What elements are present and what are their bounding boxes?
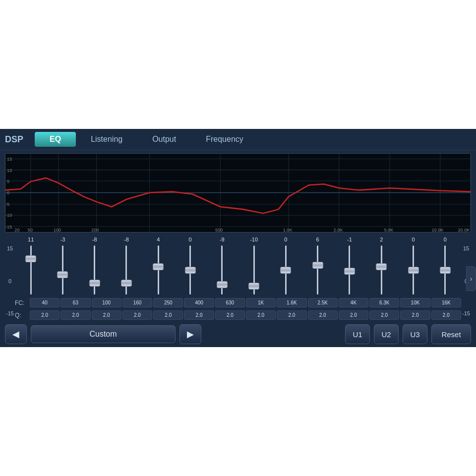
fader-thumb-f6[interactable] bbox=[185, 267, 196, 274]
scale-top-left: 15 bbox=[7, 245, 13, 251]
fader-value-f12: 2 bbox=[366, 237, 396, 242]
fader-track-f9[interactable] bbox=[285, 245, 287, 295]
fader-thumb-f13[interactable] bbox=[408, 267, 419, 274]
fader-thumb-f3[interactable] bbox=[89, 280, 100, 287]
fc-cell-f5[interactable]: 250 bbox=[153, 298, 183, 307]
fc-cell-f3[interactable]: 100 bbox=[92, 298, 121, 307]
reset-button[interactable]: Reset bbox=[431, 324, 471, 344]
bottom-bar: ◀ Custom ▶ U1 U2 U3 Reset bbox=[0, 321, 476, 347]
tab-listening[interactable]: Listening bbox=[76, 132, 137, 147]
fader-track-f2[interactable] bbox=[62, 245, 63, 295]
q-cell-f11[interactable]: 2.0 bbox=[339, 310, 368, 320]
fader-col-f10 bbox=[303, 243, 332, 297]
fader-col-f14 bbox=[431, 243, 460, 297]
q-cell-f4[interactable]: 2.0 bbox=[122, 310, 152, 320]
fc-cell-f6[interactable]: 400 bbox=[184, 298, 214, 307]
fc-cell-f4[interactable]: 160 bbox=[122, 298, 152, 307]
q-cell-f7[interactable]: 2.0 bbox=[215, 310, 245, 320]
fc-cell-f11[interactable]: 4K bbox=[339, 298, 368, 307]
eq-graph[interactable]: 15 10 5 0 -5 -10 -15 20 50 100 200 500 1… bbox=[5, 153, 471, 233]
fader-track-f7[interactable] bbox=[221, 245, 223, 295]
fader-col-f3 bbox=[80, 243, 109, 297]
u1-button[interactable]: U1 bbox=[345, 324, 370, 344]
fader-thumb-f7[interactable] bbox=[217, 281, 228, 288]
fc-cell-f9[interactable]: 1.6K bbox=[277, 298, 306, 307]
fader-track-f5[interactable] bbox=[158, 245, 159, 295]
prev-button[interactable]: ◀ bbox=[5, 324, 27, 344]
fader-col-f12 bbox=[367, 243, 396, 297]
fc-cell-f10[interactable]: 2.5K bbox=[308, 298, 338, 307]
fader-thumb-f5[interactable] bbox=[153, 263, 164, 270]
fader-col-f8 bbox=[239, 243, 268, 297]
tab-output[interactable]: Output bbox=[137, 132, 191, 147]
chevron-button[interactable]: › bbox=[466, 266, 476, 291]
q-cell-f6[interactable]: 2.0 bbox=[184, 310, 214, 320]
fader-thumb-f9[interactable] bbox=[280, 267, 291, 274]
fader-thumb-f11[interactable] bbox=[344, 268, 355, 275]
svg-text:5: 5 bbox=[7, 179, 9, 184]
fader-col-f7 bbox=[208, 243, 237, 297]
faders-row bbox=[15, 243, 461, 297]
fc-cell-f13[interactable]: 10K bbox=[400, 298, 430, 307]
fader-track-f4[interactable] bbox=[125, 245, 127, 295]
q-label: Q: bbox=[15, 312, 29, 319]
fader-col-f4 bbox=[112, 243, 141, 297]
svg-text:200: 200 bbox=[91, 228, 99, 232]
fader-track-f14[interactable] bbox=[444, 245, 446, 295]
fader-value-f8: -10 bbox=[239, 237, 269, 242]
svg-text:15: 15 bbox=[7, 157, 12, 162]
fader-track-f11[interactable] bbox=[349, 245, 350, 295]
faders-area: 11-3-8-840-9-1006-1200 FC: 4063100160250… bbox=[15, 236, 461, 321]
tab-eq[interactable]: EQ bbox=[35, 132, 76, 147]
fader-thumb-f10[interactable] bbox=[312, 262, 323, 269]
q-cell-f13[interactable]: 2.0 bbox=[400, 310, 430, 320]
tab-frequency[interactable]: Frequency bbox=[191, 132, 258, 147]
svg-text:500: 500 bbox=[215, 228, 223, 232]
fc-cell-f7[interactable]: 630 bbox=[215, 298, 245, 307]
fader-thumb-f4[interactable] bbox=[121, 280, 132, 287]
fader-value-f2: -3 bbox=[48, 237, 77, 242]
header: DSP EQ Listening Output Frequency bbox=[0, 129, 476, 150]
q-cell-f3[interactable]: 2.0 bbox=[92, 310, 121, 320]
fader-thumb-f2[interactable] bbox=[57, 271, 68, 278]
fader-track-f6[interactable] bbox=[189, 245, 191, 295]
fader-track-f13[interactable] bbox=[413, 245, 414, 295]
fader-thumb-f8[interactable] bbox=[248, 283, 259, 290]
fader-scale-left: 15 0 -15 bbox=[5, 236, 15, 321]
q-cell-f9[interactable]: 2.0 bbox=[277, 310, 306, 320]
q-cell-f1[interactable]: 2.0 bbox=[30, 310, 60, 320]
q-cell-f12[interactable]: 2.0 bbox=[369, 310, 399, 320]
fader-thumb-f1[interactable] bbox=[25, 255, 36, 262]
fader-track-f12[interactable] bbox=[381, 245, 382, 295]
fader-thumb-f12[interactable] bbox=[376, 263, 387, 270]
scale-bot-left: -15 bbox=[6, 310, 14, 316]
fader-section: 15 0 -15 11-3-8-840-9-1006-1200 FC: 4063… bbox=[0, 236, 476, 321]
q-cell-f14[interactable]: 2.0 bbox=[431, 310, 461, 320]
fader-track-f3[interactable] bbox=[94, 245, 95, 295]
next-button[interactable]: ▶ bbox=[179, 324, 201, 344]
q-cell-f2[interactable]: 2.0 bbox=[60, 310, 90, 320]
fc-label: FC: bbox=[15, 299, 29, 306]
fader-track-f1[interactable] bbox=[30, 245, 32, 295]
fader-track-f10[interactable] bbox=[317, 245, 318, 295]
fc-cell-f1[interactable]: 40 bbox=[30, 298, 60, 307]
svg-text:0: 0 bbox=[7, 190, 9, 195]
fader-value-f1: 11 bbox=[16, 237, 46, 242]
dsp-panel: DSP EQ Listening Output Frequency bbox=[0, 129, 476, 347]
q-cell-f5[interactable]: 2.0 bbox=[153, 310, 183, 320]
q-cell-f10[interactable]: 2.0 bbox=[308, 310, 338, 320]
fc-cell-f8[interactable]: 1K bbox=[246, 298, 276, 307]
scale-mid-left: 0 bbox=[8, 278, 11, 284]
fader-thumb-f14[interactable] bbox=[440, 267, 451, 274]
u2-button[interactable]: U2 bbox=[374, 324, 399, 344]
fc-cell-f12[interactable]: 6.3K bbox=[369, 298, 399, 307]
u3-button[interactable]: U3 bbox=[403, 324, 427, 344]
dsp-label: DSP bbox=[5, 134, 30, 145]
svg-text:100: 100 bbox=[54, 228, 61, 232]
fc-cell-f2[interactable]: 63 bbox=[60, 298, 90, 307]
scale-top-right: 15 bbox=[463, 245, 469, 251]
fader-track-f8[interactable] bbox=[253, 245, 255, 295]
fc-cell-f14[interactable]: 16K bbox=[431, 298, 461, 307]
preset-name[interactable]: Custom bbox=[31, 325, 176, 343]
q-cell-f8[interactable]: 2.0 bbox=[246, 310, 276, 320]
